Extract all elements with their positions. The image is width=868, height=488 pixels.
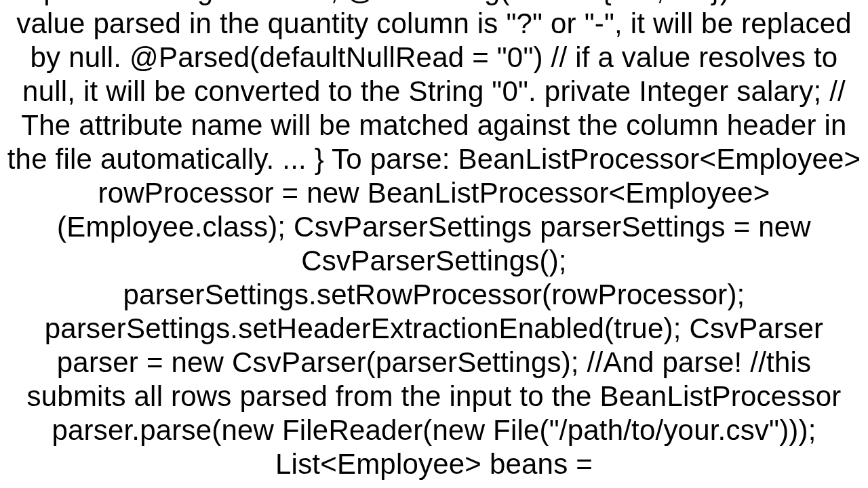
code-text-content: private String textField; @NullString(nu… [7,0,861,480]
code-text-block: private String textField; @NullString(nu… [0,0,868,481]
